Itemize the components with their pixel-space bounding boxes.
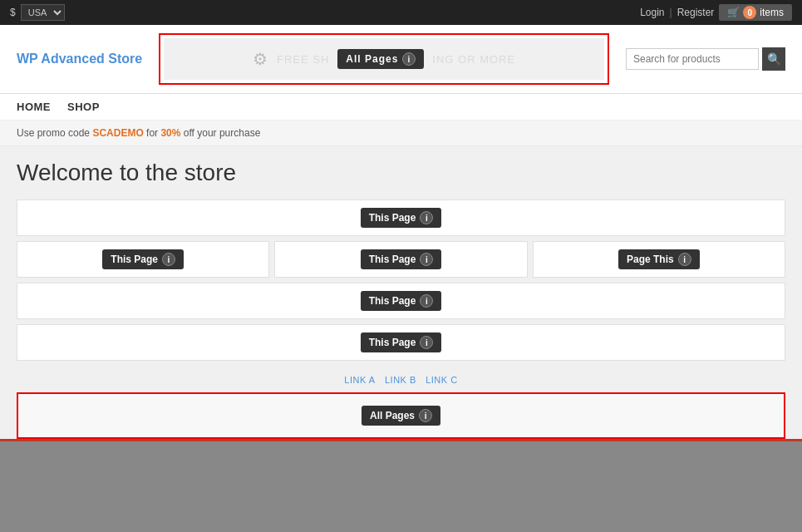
footer-banner-badge: All Pages i bbox=[362, 406, 440, 426]
promo-prefix: Use promo code bbox=[17, 127, 90, 139]
register-link[interactable]: Register bbox=[677, 7, 715, 18]
top-bar: $ USA UK CA Login | Register 🛒 0 items bbox=[0, 0, 802, 25]
login-link[interactable]: Login bbox=[640, 7, 664, 18]
main-content: Welcome to the store This Page i This Pa… bbox=[0, 146, 802, 439]
promo-percent: 30% bbox=[160, 127, 180, 139]
link-c[interactable]: LINK C bbox=[426, 375, 457, 385]
ad-full-3: This Page i bbox=[17, 324, 785, 361]
search-area: 🔍 bbox=[626, 47, 785, 71]
footer-banner-wrapper: All Pages i bbox=[17, 392, 785, 439]
link-b[interactable]: LINK B bbox=[385, 375, 416, 385]
currency-symbol: $ bbox=[10, 7, 16, 18]
info-icon-1: i bbox=[420, 211, 433, 224]
promo-bar: Use promo code SCADEMO for 30% off your … bbox=[0, 121, 802, 146]
search-input[interactable] bbox=[626, 48, 759, 70]
info-icon-3: i bbox=[420, 336, 433, 349]
top-bar-right: Login | Register 🛒 0 items bbox=[640, 4, 792, 21]
info-icon-footer: i bbox=[419, 409, 432, 422]
cart-button[interactable]: 🛒 0 items bbox=[719, 4, 792, 21]
nav-shop[interactable]: SHOP bbox=[67, 101, 100, 113]
header-banner: ⚙ FREE SH All Pages i ING OR MORE bbox=[164, 38, 604, 80]
cart-icon: 🛒 bbox=[727, 7, 740, 18]
banner-left-text: FREE SH bbox=[277, 53, 329, 66]
info-icon: i bbox=[402, 52, 416, 66]
promo-code: SCADEMO bbox=[92, 127, 143, 139]
top-bar-left: $ USA UK CA bbox=[10, 4, 65, 21]
ad-col3-badge: Page This i bbox=[618, 249, 700, 269]
banner-text: ⚙ FREE SH All Pages i ING OR MORE bbox=[164, 49, 604, 69]
info-icon-2: i bbox=[420, 294, 433, 308]
site-logo[interactable]: WP Advanced Store bbox=[17, 52, 142, 66]
cart-count: 0 bbox=[743, 6, 756, 19]
link-a[interactable]: LINK A bbox=[344, 375, 375, 385]
ad-full-1: This Page i bbox=[17, 200, 785, 236]
ad-col2-badge: This Page i bbox=[361, 249, 442, 269]
cart-label: items bbox=[760, 7, 784, 18]
header-banner-wrapper: ⚙ FREE SH All Pages i ING OR MORE bbox=[159, 33, 609, 85]
nav-bar: HOME SHOP bbox=[0, 94, 802, 121]
ad-3col-row: This Page i This Page i Page This i bbox=[17, 241, 785, 278]
ad-col1-badge: This Page i bbox=[102, 249, 184, 269]
ad-full-2: This Page i bbox=[17, 283, 785, 319]
info-icon-col1: i bbox=[162, 253, 175, 266]
banner-icon: ⚙ bbox=[253, 49, 268, 69]
ad-col-3: Page This i bbox=[533, 241, 785, 278]
promo-connector: for bbox=[146, 127, 158, 139]
search-button[interactable]: 🔍 bbox=[762, 47, 785, 71]
ad-full-1-badge: This Page i bbox=[361, 208, 442, 228]
search-icon: 🔍 bbox=[767, 52, 781, 66]
ad-full-3-badge: This Page i bbox=[361, 332, 442, 352]
links-row: LINK A LINK B LINK C bbox=[17, 366, 785, 392]
ad-col-2: This Page i bbox=[274, 241, 527, 278]
country-select[interactable]: USA UK CA bbox=[21, 4, 65, 21]
divider: | bbox=[670, 7, 672, 18]
bottom-grey-area bbox=[0, 439, 802, 532]
info-icon-col3: i bbox=[678, 253, 691, 266]
page-title: Welcome to the store bbox=[17, 160, 785, 186]
promo-suffix: off your purchase bbox=[184, 127, 261, 139]
header-banner-badge: All Pages i bbox=[337, 49, 424, 69]
header: WP Advanced Store ⚙ FREE SH All Pages i … bbox=[0, 25, 802, 94]
banner-right-text: ING OR MORE bbox=[432, 53, 515, 66]
ad-full-2-badge: This Page i bbox=[361, 291, 442, 311]
nav-home[interactable]: HOME bbox=[17, 101, 51, 113]
ad-col-1: This Page i bbox=[17, 241, 269, 278]
info-icon-col2: i bbox=[420, 253, 433, 266]
footer-banner: All Pages i bbox=[18, 394, 784, 437]
